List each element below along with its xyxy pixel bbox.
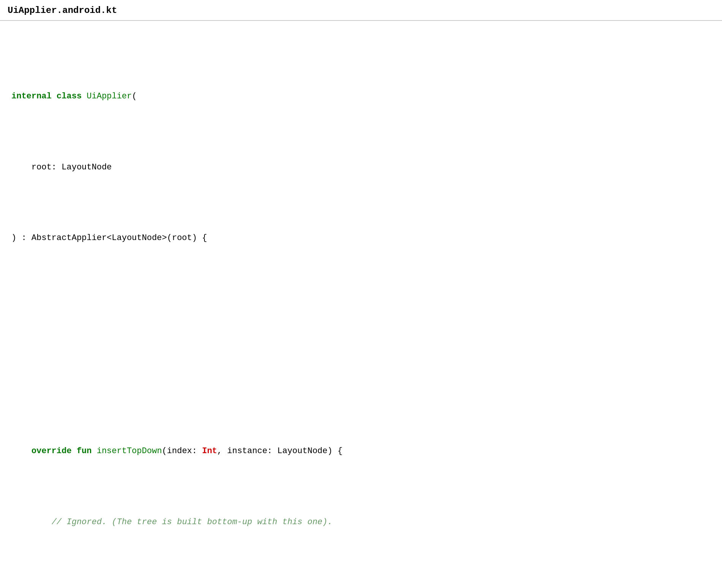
code-line: } [11,586,711,588]
code-line: ) : AbstractApplier<LayoutNode>(root) { [11,231,711,245]
filename: UiApplier.android.kt [8,5,117,16]
code-line [11,302,711,316]
code-line: override fun insertTopDown(index: Int, i… [11,444,711,458]
code-container: internal class UiApplier( root: LayoutNo… [0,21,722,588]
code-line [11,373,711,387]
file-header: UiApplier.android.kt [0,0,722,21]
code-line: internal class UiApplier( [11,89,711,103]
code-line: root: LayoutNode [11,160,711,174]
code-line: // Ignored. (The tree is built bottom-up… [11,515,711,529]
